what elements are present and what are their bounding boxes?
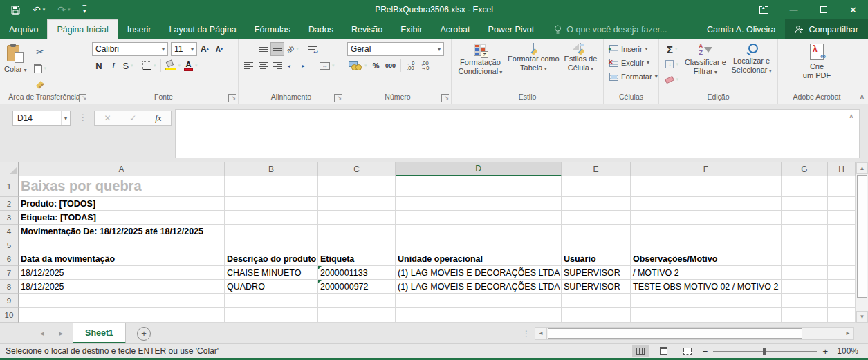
cell-C1[interactable] xyxy=(318,176,396,197)
align-right-button[interactable] xyxy=(270,59,284,73)
autosum-button[interactable]: Σ xyxy=(662,42,682,56)
cell-C3[interactable] xyxy=(318,211,396,225)
align-top-button[interactable] xyxy=(241,42,255,56)
font-dialog-launcher[interactable] xyxy=(228,94,236,102)
cell-G7[interactable] xyxy=(782,266,828,280)
cell-B6[interactable]: Descrição do produto xyxy=(225,252,318,266)
name-box-caret[interactable] xyxy=(61,111,70,125)
scroll-up-arrow[interactable]: ▲ xyxy=(856,162,868,174)
column-header-E[interactable]: E xyxy=(562,162,631,176)
sheet-tab-sheet1[interactable]: Sheet1 xyxy=(73,323,126,343)
tab-layout-da-pagina[interactable]: Layout da Página xyxy=(160,19,245,39)
cell-E7[interactable]: SUPERVISOR xyxy=(562,266,631,280)
cell-A9[interactable] xyxy=(19,294,225,308)
increase-font-button[interactable]: A xyxy=(198,42,212,56)
scrollbar-resize-handle[interactable] xyxy=(522,329,535,339)
insert-function-button[interactable]: fx xyxy=(155,113,161,124)
cell-B8[interactable]: QUADRO xyxy=(225,280,318,294)
share-button[interactable]: Compartilhar xyxy=(785,19,868,39)
next-sheet-arrow[interactable]: ▸ xyxy=(59,329,64,338)
cell-C5[interactable] xyxy=(318,238,396,252)
cell-H4[interactable] xyxy=(828,225,856,238)
cell-A4[interactable]: Movimentação De: 18/12/2025 até 18/12/20… xyxy=(19,225,225,238)
cell-G6[interactable] xyxy=(782,252,828,266)
cell-C10[interactable] xyxy=(318,308,396,323)
cell-A7[interactable]: 18/12/2025 xyxy=(19,266,225,280)
column-header-G[interactable]: G xyxy=(782,162,828,176)
cell-H2[interactable] xyxy=(828,197,856,211)
cell-G1[interactable] xyxy=(782,176,828,197)
cell-D5[interactable] xyxy=(396,238,562,252)
normal-view-button[interactable] xyxy=(632,345,649,357)
row-header-7[interactable]: 7 xyxy=(0,266,19,280)
cell-C4[interactable] xyxy=(318,225,396,238)
zoom-in-button[interactable]: + xyxy=(822,346,828,357)
scroll-down-arrow[interactable]: ▼ xyxy=(856,311,868,323)
cell-D6[interactable]: Unidade operacional xyxy=(396,252,562,266)
cell-E5[interactable] xyxy=(562,238,631,252)
cell-G4[interactable] xyxy=(782,225,828,238)
cell-F7[interactable]: / MOTIVO 2 xyxy=(631,266,782,280)
cell-G8[interactable] xyxy=(782,280,828,294)
row-header-9[interactable]: 9 xyxy=(0,294,19,308)
wrap-text-button[interactable] xyxy=(306,42,320,56)
font-color-button[interactable]: A xyxy=(183,59,199,73)
cell-D7[interactable]: (1) LAG MOVEIS E DECORAÇÕES LTDA xyxy=(396,266,562,280)
cell-F10[interactable] xyxy=(631,308,782,323)
horizontal-scrollbar[interactable]: ◄ ► xyxy=(535,327,854,340)
cell-styles-button[interactable]: Estilos de Célula xyxy=(561,42,600,92)
cell-F5[interactable] xyxy=(631,238,782,252)
row-header-5[interactable]: 5 xyxy=(0,238,19,252)
previous-sheet-arrow[interactable]: ◂ xyxy=(40,329,44,338)
column-header-A[interactable]: A xyxy=(19,162,225,176)
zoom-level[interactable]: 100% xyxy=(835,346,858,356)
borders-button[interactable] xyxy=(141,59,158,73)
tab-revisao[interactable]: Revisão xyxy=(342,19,391,39)
save-button[interactable] xyxy=(11,6,20,15)
cell-C7[interactable]: 2000001133 xyxy=(318,266,396,280)
delete-cells-button[interactable]: Excluir xyxy=(609,56,656,69)
cell-C6[interactable]: Etiqueta xyxy=(318,252,396,266)
cell-D4[interactable] xyxy=(396,225,562,238)
tab-dados[interactable]: Dados xyxy=(299,19,342,39)
column-header-B[interactable]: B xyxy=(225,162,318,176)
undo-button[interactable]: ↶ xyxy=(33,5,45,15)
cell-F1[interactable] xyxy=(631,176,782,197)
zoom-slider-handle[interactable] xyxy=(763,348,766,355)
enter-button[interactable]: ✓ xyxy=(129,113,136,123)
cell-H3[interactable] xyxy=(828,211,856,225)
cell-A3[interactable]: Etiqueta: [TODAS] xyxy=(19,211,225,225)
number-dialog-launcher[interactable] xyxy=(441,94,449,102)
cell-D10[interactable] xyxy=(396,308,562,323)
name-box[interactable]: D14 xyxy=(12,111,71,126)
cell-B3[interactable] xyxy=(225,211,318,225)
new-sheet-button[interactable]: + xyxy=(137,327,151,341)
decrease-indent-button[interactable]: ◂ xyxy=(285,59,299,73)
vertical-scrollbar[interactable]: ▲ ▼ xyxy=(856,162,868,323)
cell-F8[interactable]: TESTE OBS MOTIVO 02 / MOTIVO 2 xyxy=(631,280,782,294)
cell-C9[interactable] xyxy=(318,294,396,308)
scroll-left-arrow[interactable]: ◄ xyxy=(535,328,547,339)
cell-H1[interactable] xyxy=(828,176,856,197)
clipboard-dialog-launcher[interactable] xyxy=(79,94,86,102)
row-header-4[interactable]: 4 xyxy=(0,225,19,238)
tab-acrobat[interactable]: Acrobat xyxy=(431,19,479,39)
cell-F3[interactable] xyxy=(631,211,782,225)
conditional-formatting-button[interactable]: ≠ Formatação Condicional xyxy=(454,42,506,92)
cell-B1[interactable] xyxy=(225,176,318,197)
cell-F4[interactable] xyxy=(631,225,782,238)
cell-B10[interactable] xyxy=(225,308,318,323)
cell-H8[interactable] xyxy=(828,280,856,294)
cell-G9[interactable] xyxy=(782,294,828,308)
column-header-H[interactable]: H xyxy=(828,162,856,176)
comma-style-button[interactable]: 000 xyxy=(384,59,398,73)
cell-E8[interactable]: SUPERVISOR xyxy=(562,280,631,294)
copy-button[interactable] xyxy=(33,61,48,75)
cell-B5[interactable] xyxy=(225,238,318,252)
ribbon-display-options-button[interactable] xyxy=(749,0,779,19)
align-bottom-button[interactable] xyxy=(270,42,284,56)
cell-A6[interactable]: Data da movimentação xyxy=(19,252,225,266)
collapse-formula-bar-button[interactable] xyxy=(849,113,853,120)
page-layout-view-button[interactable] xyxy=(656,345,672,357)
create-pdf-button[interactable]: Crie um PDF xyxy=(796,42,838,92)
